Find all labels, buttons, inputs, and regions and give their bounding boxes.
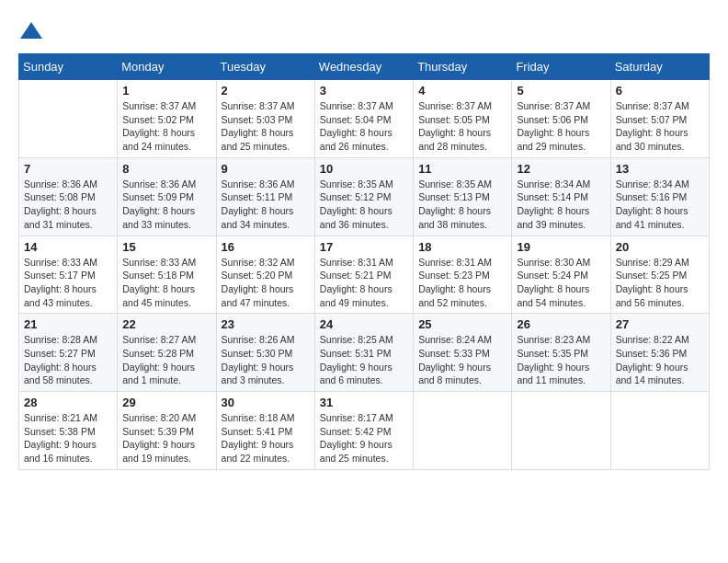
day-info: Sunrise: 8:23 AMSunset: 5:35 PMDaylight:… [517, 333, 605, 387]
calendar-table: SundayMondayTuesdayWednesdayThursdayFrid… [18, 53, 710, 470]
day-number: 23 [222, 317, 310, 331]
calendar-cell [19, 80, 118, 158]
day-number: 22 [122, 317, 210, 331]
calendar-cell: 2Sunrise: 8:37 AMSunset: 5:03 PMDaylight… [216, 80, 314, 158]
day-number: 3 [320, 84, 408, 98]
week-row-3: 14Sunrise: 8:33 AMSunset: 5:17 PMDayligh… [19, 236, 710, 314]
calendar-cell: 9Sunrise: 8:36 AMSunset: 5:11 PMDaylight… [216, 157, 314, 236]
day-info: Sunrise: 8:37 AMSunset: 5:02 PMDaylight:… [122, 99, 210, 154]
calendar-cell: 13Sunrise: 8:34 AMSunset: 5:16 PMDayligh… [610, 157, 709, 236]
day-info: Sunrise: 8:37 AMSunset: 5:03 PMDaylight:… [222, 99, 310, 154]
day-info: Sunrise: 8:31 AMSunset: 5:21 PMDaylight:… [320, 256, 408, 310]
week-row-1: 1Sunrise: 8:37 AMSunset: 5:02 PMDaylight… [19, 80, 710, 158]
calendar-cell [610, 392, 709, 470]
logo-icon [18, 18, 44, 44]
day-number: 27 [616, 317, 704, 331]
day-info: Sunrise: 8:20 AMSunset: 5:39 PMDaylight:… [122, 411, 210, 465]
calendar-cell: 10Sunrise: 8:35 AMSunset: 5:12 PMDayligh… [314, 157, 413, 236]
day-header-friday: Friday [512, 54, 610, 80]
day-number: 1 [122, 84, 210, 98]
day-info: Sunrise: 8:35 AMSunset: 5:12 PMDaylight:… [320, 178, 408, 232]
logo [18, 18, 48, 44]
calendar-cell: 30Sunrise: 8:18 AMSunset: 5:41 PMDayligh… [216, 392, 314, 470]
day-number: 26 [517, 317, 605, 331]
calendar-cell: 8Sunrise: 8:36 AMSunset: 5:09 PMDaylight… [118, 157, 216, 236]
calendar-cell: 14Sunrise: 8:33 AMSunset: 5:17 PMDayligh… [19, 236, 118, 314]
day-info: Sunrise: 8:37 AMSunset: 5:07 PMDaylight:… [616, 99, 704, 154]
day-info: Sunrise: 8:37 AMSunset: 5:05 PMDaylight:… [418, 99, 506, 154]
day-info: Sunrise: 8:22 AMSunset: 5:36 PMDaylight:… [616, 333, 704, 387]
calendar-cell: 7Sunrise: 8:36 AMSunset: 5:08 PMDaylight… [19, 157, 118, 236]
day-number: 13 [616, 162, 704, 176]
day-info: Sunrise: 8:33 AMSunset: 5:17 PMDaylight:… [24, 256, 112, 310]
svg-marker-0 [20, 22, 42, 39]
day-header-sunday: Sunday [19, 54, 118, 80]
day-info: Sunrise: 8:27 AMSunset: 5:28 PMDaylight:… [122, 333, 210, 387]
calendar-cell: 22Sunrise: 8:27 AMSunset: 5:28 PMDayligh… [118, 314, 216, 392]
day-info: Sunrise: 8:34 AMSunset: 5:16 PMDaylight:… [616, 178, 704, 232]
calendar-cell: 11Sunrise: 8:35 AMSunset: 5:13 PMDayligh… [414, 157, 512, 236]
day-number: 31 [320, 396, 408, 409]
day-info: Sunrise: 8:37 AMSunset: 5:06 PMDaylight:… [517, 99, 605, 154]
calendar-cell: 21Sunrise: 8:28 AMSunset: 5:27 PMDayligh… [19, 314, 118, 392]
day-info: Sunrise: 8:32 AMSunset: 5:20 PMDaylight:… [222, 256, 310, 310]
calendar-cell: 17Sunrise: 8:31 AMSunset: 5:21 PMDayligh… [314, 236, 413, 314]
day-info: Sunrise: 8:28 AMSunset: 5:27 PMDaylight:… [24, 333, 112, 387]
calendar-cell: 18Sunrise: 8:31 AMSunset: 5:23 PMDayligh… [414, 236, 512, 314]
day-number: 10 [320, 162, 408, 176]
week-row-4: 21Sunrise: 8:28 AMSunset: 5:27 PMDayligh… [19, 314, 710, 392]
calendar-cell: 31Sunrise: 8:17 AMSunset: 5:42 PMDayligh… [314, 392, 413, 470]
day-info: Sunrise: 8:33 AMSunset: 5:18 PMDaylight:… [122, 256, 210, 310]
day-info: Sunrise: 8:17 AMSunset: 5:42 PMDaylight:… [320, 411, 408, 465]
day-number: 11 [418, 162, 506, 176]
day-header-saturday: Saturday [610, 54, 709, 80]
calendar-cell: 29Sunrise: 8:20 AMSunset: 5:39 PMDayligh… [118, 392, 216, 470]
calendar-cell: 12Sunrise: 8:34 AMSunset: 5:14 PMDayligh… [512, 157, 610, 236]
day-number: 12 [517, 162, 605, 176]
day-number: 16 [222, 240, 310, 254]
day-info: Sunrise: 8:31 AMSunset: 5:23 PMDaylight:… [418, 256, 506, 310]
day-number: 18 [418, 240, 506, 254]
week-row-2: 7Sunrise: 8:36 AMSunset: 5:08 PMDaylight… [19, 157, 710, 236]
day-info: Sunrise: 8:30 AMSunset: 5:24 PMDaylight:… [517, 256, 605, 310]
day-info: Sunrise: 8:29 AMSunset: 5:25 PMDaylight:… [616, 256, 704, 310]
day-header-monday: Monday [118, 54, 216, 80]
calendar-cell: 4Sunrise: 8:37 AMSunset: 5:05 PMDaylight… [414, 80, 512, 158]
day-info: Sunrise: 8:36 AMSunset: 5:08 PMDaylight:… [24, 178, 112, 232]
calendar-cell: 15Sunrise: 8:33 AMSunset: 5:18 PMDayligh… [118, 236, 216, 314]
calendar-cell: 1Sunrise: 8:37 AMSunset: 5:02 PMDaylight… [118, 80, 216, 158]
day-number: 2 [222, 84, 310, 98]
day-number: 24 [320, 317, 408, 331]
day-number: 15 [122, 240, 210, 254]
day-info: Sunrise: 8:21 AMSunset: 5:38 PMDaylight:… [24, 411, 112, 465]
day-number: 4 [418, 84, 506, 98]
day-info: Sunrise: 8:37 AMSunset: 5:04 PMDaylight:… [320, 99, 408, 154]
day-number: 20 [616, 240, 704, 254]
day-number: 25 [418, 317, 506, 331]
day-info: Sunrise: 8:34 AMSunset: 5:14 PMDaylight:… [517, 178, 605, 232]
day-number: 17 [320, 240, 408, 254]
calendar-cell: 6Sunrise: 8:37 AMSunset: 5:07 PMDaylight… [610, 80, 709, 158]
calendar-cell: 19Sunrise: 8:30 AMSunset: 5:24 PMDayligh… [512, 236, 610, 314]
day-header-wednesday: Wednesday [314, 54, 413, 80]
day-info: Sunrise: 8:35 AMSunset: 5:13 PMDaylight:… [418, 178, 506, 232]
calendar-cell: 24Sunrise: 8:25 AMSunset: 5:31 PMDayligh… [314, 314, 413, 392]
day-number: 8 [122, 162, 210, 176]
day-header-thursday: Thursday [414, 54, 512, 80]
day-number: 9 [222, 162, 310, 176]
day-number: 6 [616, 84, 704, 98]
calendar-cell: 20Sunrise: 8:29 AMSunset: 5:25 PMDayligh… [610, 236, 709, 314]
calendar-cell: 28Sunrise: 8:21 AMSunset: 5:38 PMDayligh… [19, 392, 118, 470]
day-number: 7 [24, 162, 112, 176]
week-row-5: 28Sunrise: 8:21 AMSunset: 5:38 PMDayligh… [19, 392, 710, 470]
day-number: 30 [222, 396, 310, 409]
calendar-cell: 3Sunrise: 8:37 AMSunset: 5:04 PMDaylight… [314, 80, 413, 158]
day-number: 19 [517, 240, 605, 254]
day-info: Sunrise: 8:25 AMSunset: 5:31 PMDaylight:… [320, 333, 408, 387]
day-header-tuesday: Tuesday [216, 54, 314, 80]
calendar-cell: 5Sunrise: 8:37 AMSunset: 5:06 PMDaylight… [512, 80, 610, 158]
calendar-cell [414, 392, 512, 470]
day-number: 5 [517, 84, 605, 98]
calendar-cell: 25Sunrise: 8:24 AMSunset: 5:33 PMDayligh… [414, 314, 512, 392]
day-number: 14 [24, 240, 112, 254]
